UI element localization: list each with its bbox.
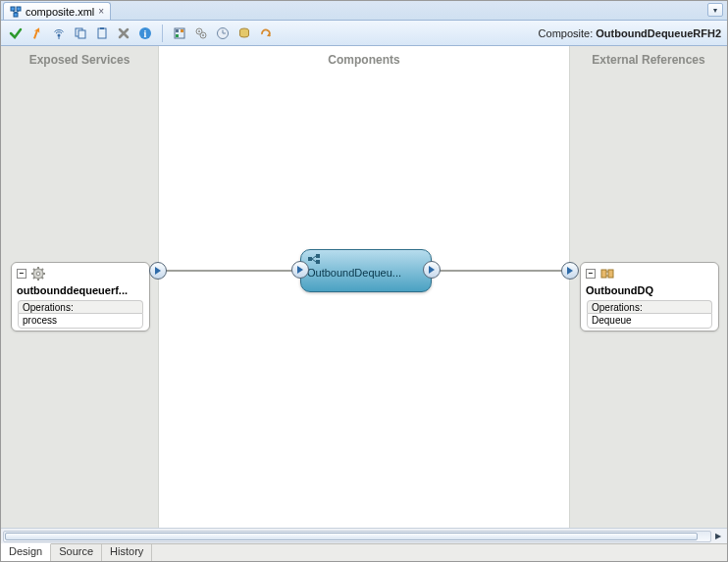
svg-text:i: i <box>144 28 147 39</box>
svg-line-33 <box>33 278 35 280</box>
svg-line-31 <box>33 269 35 271</box>
svg-line-32 <box>42 278 44 280</box>
operations-header: Operations: <box>18 300 143 313</box>
svg-rect-1 <box>17 7 21 11</box>
component-input-port[interactable] <box>291 261 309 279</box>
composite-name-label: Composite: OutboundDequeueRFH2 <box>539 27 721 39</box>
svg-rect-2 <box>14 13 18 17</box>
service-output-port[interactable] <box>149 262 167 280</box>
database-button[interactable] <box>235 25 253 42</box>
paste-button[interactable] <box>93 25 111 42</box>
lane-external-references: External References − OutboundDQ Operati… <box>570 46 727 528</box>
canvas-body[interactable]: Exposed Services − outbounddequeuerf... … <box>1 46 727 528</box>
editor-tab-label: composite.xml <box>26 6 94 18</box>
scroll-right-icon[interactable]: ▶ <box>711 531 725 542</box>
reference-input-port[interactable] <box>561 262 579 280</box>
component-node[interactable]: OutboundDequeu... <box>300 249 432 292</box>
svg-line-38 <box>312 256 316 259</box>
antenna-icon[interactable] <box>50 25 68 42</box>
composite-file-icon <box>10 6 22 18</box>
composite-name: OutboundDequeueRFH2 <box>596 27 721 39</box>
clock-button[interactable] <box>214 25 232 42</box>
scrollbar-thumb[interactable] <box>5 533 698 540</box>
svg-rect-14 <box>176 29 179 32</box>
operation-process[interactable]: process <box>18 313 143 329</box>
palette-button[interactable] <box>171 25 188 42</box>
tab-design[interactable]: Design <box>1 543 51 561</box>
scrollbar-track[interactable] <box>3 531 711 542</box>
composite-label-prefix: Composite: <box>539 27 594 39</box>
config-button[interactable] <box>192 25 210 42</box>
svg-line-39 <box>312 259 316 262</box>
svg-point-20 <box>202 34 204 36</box>
lane-exposed-services: Exposed Services − outbounddequeuerf... … <box>1 46 158 528</box>
lane-header-components: Components <box>159 46 569 74</box>
collapse-icon[interactable]: − <box>17 269 26 279</box>
wire-component-to-reference[interactable] <box>432 270 571 272</box>
svg-rect-9 <box>98 28 106 38</box>
delete-button[interactable] <box>115 25 132 42</box>
svg-rect-0 <box>11 7 15 11</box>
info-button[interactable]: i <box>136 25 154 42</box>
operation-dequeue[interactable]: Dequeue <box>587 313 712 329</box>
operations-header: Operations: <box>587 300 712 313</box>
horizontal-scrollbar[interactable]: ▶ <box>1 528 727 543</box>
lane-header-references: External References <box>570 46 727 74</box>
svg-point-26 <box>36 272 40 276</box>
lane-components: Components OutboundDequeu... <box>158 46 570 528</box>
component-output-port[interactable] <box>423 261 441 279</box>
svg-rect-35 <box>308 257 312 261</box>
editor-tab-composite[interactable]: composite.xml × <box>3 2 111 20</box>
editor-tabbar: composite.xml × ▾ <box>1 1 727 21</box>
svg-rect-41 <box>608 270 613 278</box>
exposed-service-name: outbounddequeuerf... <box>12 284 149 298</box>
validate-button[interactable] <box>7 25 25 42</box>
component-label: OutboundDequeu... <box>307 267 425 279</box>
svg-rect-10 <box>100 27 104 29</box>
svg-rect-40 <box>601 270 606 278</box>
close-icon[interactable]: × <box>98 6 104 17</box>
collapse-icon[interactable]: − <box>586 269 596 279</box>
lane-header-exposed: Exposed Services <box>1 46 158 74</box>
reference-name: OutboundDQ <box>581 284 718 298</box>
exposed-service-box[interactable]: − outbounddequeuerf... Operations: proce… <box>11 262 150 332</box>
composite-canvas: Exposed Services − outbounddequeuerf... … <box>1 46 727 543</box>
redo-button[interactable] <box>257 25 275 42</box>
bpel-icon <box>307 253 425 267</box>
editor-subtabs: Design Source History <box>1 543 727 561</box>
external-reference-box[interactable]: − OutboundDQ Operations: Dequeue <box>580 262 719 332</box>
svg-rect-8 <box>78 30 85 38</box>
tab-history[interactable]: History <box>102 544 152 561</box>
quickfix-button[interactable] <box>28 25 46 42</box>
svg-point-19 <box>198 30 200 32</box>
svg-rect-15 <box>181 29 183 32</box>
gear-icon <box>30 266 46 281</box>
adapter-icon <box>599 266 615 281</box>
copy-button[interactable] <box>72 25 89 42</box>
svg-line-34 <box>42 269 44 271</box>
toolbar: i Composite: OutboundDequeueRFH2 <box>1 21 727 46</box>
svg-rect-16 <box>176 34 179 37</box>
tablist-dropdown-button[interactable]: ▾ <box>707 3 723 17</box>
svg-rect-36 <box>316 254 320 258</box>
tab-source[interactable]: Source <box>51 544 102 561</box>
toolbar-separator <box>162 25 163 42</box>
svg-rect-37 <box>316 260 320 264</box>
wire-service-to-component[interactable] <box>159 270 299 272</box>
